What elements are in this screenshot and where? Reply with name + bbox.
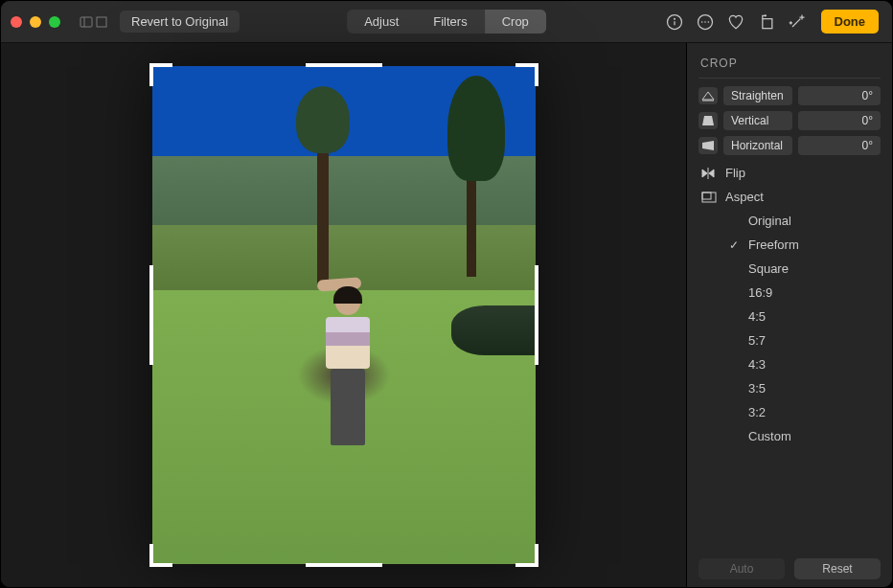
horizontal-label: Horizontal: [723, 136, 792, 155]
crop-sidebar: CROP Straighten 0° Vertical 0°: [686, 43, 892, 587]
scene-tree: [457, 76, 505, 305]
aspect-option-label: 16:9: [748, 285, 772, 300]
toolbar: Revert to Original Adjust Filters Crop D…: [1, 1, 892, 43]
divider: [698, 78, 881, 79]
horizontal-perspective-icon: [698, 137, 718, 154]
crop-handle-left[interactable]: [149, 265, 153, 365]
vertical-perspective-icon: [698, 112, 718, 129]
svg-point-5: [674, 18, 675, 19]
svg-point-8: [704, 21, 706, 23]
tab-adjust[interactable]: Adjust: [347, 10, 416, 34]
aspect-icon: [700, 191, 718, 204]
aspect-row[interactable]: Aspect: [698, 185, 881, 209]
rotate-icon: [757, 12, 776, 32]
aspect-label: Aspect: [725, 190, 764, 204]
vertical-label: Vertical: [723, 111, 792, 130]
crop-handle-br[interactable]: [515, 544, 538, 567]
aspect-option-label: 5:7: [748, 333, 766, 348]
crop-frame[interactable]: [152, 66, 536, 564]
photos-edit-window: Revert to Original Adjust Filters Crop D…: [0, 0, 893, 588]
svg-rect-10: [762, 18, 771, 28]
aspect-option-4-3[interactable]: 4:3: [727, 352, 881, 376]
aspect-option-label: Original: [748, 214, 791, 228]
aspect-option-label: Freeform: [748, 237, 799, 252]
scene-tree: [317, 96, 329, 285]
aspect-option-3-5[interactable]: 3:5: [727, 376, 881, 400]
canvas-area: [1, 43, 686, 587]
aspect-option-freeform[interactable]: ✓Freeform: [727, 233, 881, 257]
svg-rect-2: [97, 17, 106, 27]
photo-preview: [152, 66, 536, 564]
svg-rect-0: [80, 17, 92, 27]
aspect-option-3-2[interactable]: 3:2: [727, 400, 881, 424]
flip-row[interactable]: Flip: [698, 161, 881, 185]
window-controls: [11, 16, 70, 28]
aspect-option-label: Square: [748, 261, 789, 276]
sidebar-footer: Auto Reset: [698, 551, 881, 579]
scene-person: [321, 290, 375, 453]
straighten-row[interactable]: Straighten 0°: [698, 86, 881, 105]
vertical-value[interactable]: 0°: [798, 111, 881, 130]
done-button[interactable]: Done: [821, 10, 880, 34]
aspect-option-label: 4:5: [748, 309, 766, 324]
aspect-option-original[interactable]: Original: [727, 209, 881, 233]
svg-rect-14: [702, 192, 711, 199]
zoom-window-button[interactable]: [49, 16, 60, 28]
ellipsis-icon: [696, 12, 715, 32]
crop-handle-tl[interactable]: [149, 63, 172, 86]
aspect-option-5-7[interactable]: 5:7: [727, 328, 881, 352]
svg-rect-13: [702, 192, 716, 202]
horizontal-row[interactable]: Horizontal 0°: [698, 136, 881, 155]
aspect-option-square[interactable]: Square: [727, 257, 881, 281]
toolbar-right: Done: [664, 10, 883, 34]
crop-handle-bl[interactable]: [149, 544, 172, 567]
flip-icon: [700, 167, 718, 180]
crop-handle-top[interactable]: [306, 63, 382, 67]
reset-button[interactable]: Reset: [794, 558, 881, 579]
horizontal-value[interactable]: 0°: [798, 136, 881, 155]
sidebar-title: CROP: [700, 57, 881, 70]
favorite-button[interactable]: [725, 11, 746, 33]
close-window-button[interactable]: [11, 16, 22, 28]
straighten-icon: [698, 87, 718, 104]
grid-view-icon: [95, 15, 108, 29]
checkmark-icon: ✓: [727, 238, 741, 252]
info-button[interactable]: [664, 11, 685, 33]
info-icon: [665, 12, 684, 32]
svg-point-9: [707, 21, 709, 23]
aspect-option-label: 3:5: [748, 381, 766, 396]
aspect-option-label: Custom: [748, 429, 791, 443]
aspect-list: Original ✓Freeform Square 16:9 4:5 5:7 4…: [727, 209, 881, 448]
view-toggle[interactable]: [80, 15, 108, 29]
aspect-option-4-5[interactable]: 4:5: [727, 305, 881, 328]
heart-icon: [726, 12, 745, 32]
flip-label: Flip: [725, 166, 745, 180]
revert-button[interactable]: Revert to Original: [120, 11, 240, 33]
tab-crop[interactable]: Crop: [485, 10, 546, 34]
svg-line-11: [792, 18, 800, 26]
aspect-option-custom[interactable]: Custom: [727, 424, 881, 448]
vertical-row[interactable]: Vertical 0°: [698, 111, 881, 130]
crop-handle-bottom[interactable]: [306, 563, 382, 567]
svg-point-7: [700, 21, 702, 23]
wand-icon: [788, 12, 807, 32]
tab-filters[interactable]: Filters: [416, 10, 484, 34]
edit-mode-tabs: Adjust Filters Crop: [347, 10, 546, 34]
aspect-option-16-9[interactable]: 16:9: [727, 281, 881, 305]
crop-handle-right[interactable]: [535, 265, 538, 365]
more-button[interactable]: [695, 11, 716, 33]
auto-enhance-button[interactable]: [787, 11, 808, 33]
straighten-value[interactable]: 0°: [798, 86, 881, 105]
aspect-option-label: 3:2: [748, 405, 766, 419]
straighten-label: Straighten: [723, 86, 792, 105]
auto-button[interactable]: Auto: [698, 558, 785, 579]
rotate-button[interactable]: [756, 11, 777, 33]
sidebar-toggle-icon: [80, 15, 93, 29]
crop-handle-tr[interactable]: [515, 63, 538, 86]
body: CROP Straighten 0° Vertical 0°: [1, 43, 892, 587]
aspect-option-label: 4:3: [748, 357, 766, 372]
scene-water: [451, 305, 536, 355]
minimize-window-button[interactable]: [30, 16, 41, 28]
